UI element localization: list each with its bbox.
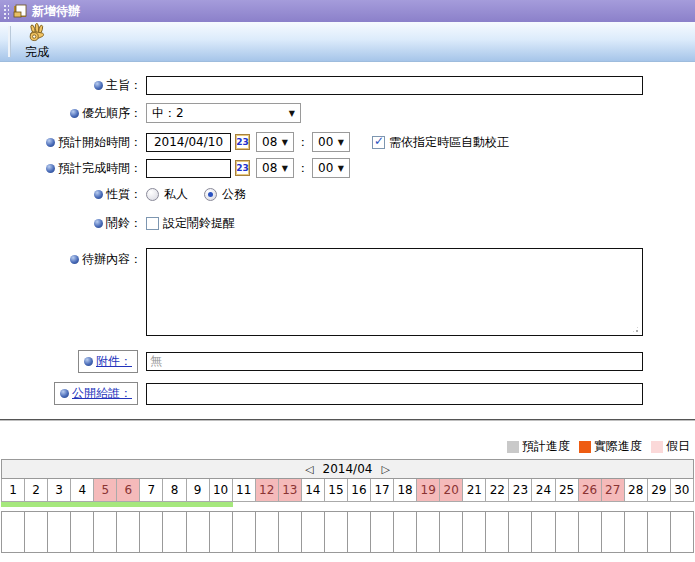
day-cell[interactable]: 24	[531, 479, 554, 501]
dropdown-arrow-icon: ▼	[334, 164, 344, 173]
todo-form: 主旨： 優先順序： 中：2 ▼ 預計開始時間： 23 08 ▼	[0, 62, 695, 405]
day-cell[interactable]: 21	[462, 479, 485, 501]
alarm-checkbox-label: 設定鬧鈴提醒	[163, 215, 235, 232]
start-minute-value: 00	[318, 135, 333, 149]
todo-note-icon	[13, 4, 28, 18]
share-input[interactable]	[146, 383, 643, 405]
day-cell[interactable]: 11	[232, 479, 255, 501]
progress-cell	[416, 512, 439, 552]
progress-cell	[555, 512, 578, 552]
progress-cell	[370, 512, 393, 552]
progress-cell	[232, 512, 255, 552]
day-cell[interactable]: 17	[370, 479, 393, 501]
page-title: 新增待辦	[32, 3, 80, 20]
day-cell[interactable]: 16	[347, 479, 370, 501]
end-minute-value: 00	[318, 161, 333, 175]
subject-input[interactable]	[146, 76, 643, 95]
day-cell[interactable]: 20	[439, 479, 462, 501]
calendar-picker-icon[interactable]: 23	[235, 160, 250, 176]
share-button[interactable]: 公開給誰：	[54, 382, 138, 405]
progress-cell	[139, 512, 162, 552]
progress-cell	[462, 512, 485, 552]
official-radio-label: 公務	[222, 186, 246, 203]
day-cell[interactable]: 12	[255, 479, 278, 501]
progress-cell	[301, 512, 324, 552]
day-cell[interactable]: 19	[416, 479, 439, 501]
day-cell[interactable]: 25	[555, 479, 578, 501]
day-cell[interactable]: 7	[139, 479, 162, 501]
legend-label: 假日	[666, 438, 690, 455]
nature-label: 性質：	[106, 186, 142, 203]
day-cell[interactable]: 23	[508, 479, 531, 501]
titlebar: 新增待辦	[0, 0, 695, 22]
day-cell[interactable]: 22	[485, 479, 508, 501]
next-month-arrow-icon[interactable]: ▷	[381, 463, 389, 476]
private-radio[interactable]	[146, 188, 159, 201]
progress-cell	[439, 512, 462, 552]
day-cell[interactable]: 13	[278, 479, 301, 501]
start-date-input[interactable]	[146, 133, 231, 152]
month-bar: ◁ 2014/04 ▷	[1, 459, 694, 479]
content-textarea[interactable]	[146, 248, 643, 336]
end-time-row: 預計完成時間： 23 08 ▼ ： 00 ▼	[0, 158, 695, 178]
progress-cell	[393, 512, 416, 552]
timezone-checkbox[interactable]	[372, 136, 385, 149]
progress-cell	[278, 512, 301, 552]
attachment-button[interactable]: 附件：	[78, 350, 138, 373]
progress-cells-row	[1, 511, 694, 553]
day-cell[interactable]: 2	[24, 479, 47, 501]
timezone-label: 需依指定時區自動校正	[389, 134, 509, 151]
day-cell[interactable]: 5	[93, 479, 116, 501]
day-cell[interactable]: 1	[2, 479, 24, 501]
day-cell[interactable]: 29	[647, 479, 670, 501]
month-label: 2014/04	[323, 462, 373, 476]
content-row: 待辦內容：	[0, 248, 695, 339]
attachment-input[interactable]	[146, 352, 643, 371]
day-cell[interactable]: 28	[624, 479, 647, 501]
day-cell[interactable]: 30	[670, 479, 693, 501]
legend-item: 實際進度	[579, 438, 642, 455]
end-hour-select[interactable]: 08 ▼	[256, 158, 294, 178]
nature-option-private[interactable]: 私人	[146, 186, 188, 203]
day-cell[interactable]: 26	[578, 479, 601, 501]
day-cell[interactable]: 6	[116, 479, 139, 501]
priority-value: 中：2	[152, 105, 184, 122]
day-cell[interactable]: 15	[324, 479, 347, 501]
day-cell[interactable]: 10	[209, 479, 232, 501]
bullet-icon	[46, 164, 55, 173]
progress-cell	[116, 512, 139, 552]
progress-cell	[70, 512, 93, 552]
day-cell[interactable]: 9	[186, 479, 209, 501]
time-colon: ：	[297, 160, 309, 177]
section-divider	[0, 419, 695, 420]
day-cell[interactable]: 27	[601, 479, 624, 501]
end-date-input[interactable]	[146, 159, 231, 178]
end-hour-value: 08	[262, 161, 277, 175]
day-cell[interactable]: 4	[70, 479, 93, 501]
alarm-checkbox[interactable]	[146, 217, 159, 230]
drag-grip[interactable]	[3, 4, 9, 19]
complete-button[interactable]: 完成	[15, 22, 59, 61]
progress-cell	[93, 512, 116, 552]
dropdown-arrow-icon: ▼	[334, 138, 344, 147]
priority-row: 優先順序： 中：2 ▼	[0, 103, 695, 123]
start-hour-select[interactable]: 08 ▼	[256, 132, 294, 152]
day-cell[interactable]: 18	[393, 479, 416, 501]
bullet-icon	[70, 255, 79, 264]
official-radio[interactable]	[204, 188, 217, 201]
dropdown-arrow-icon: ▼	[285, 109, 295, 118]
nature-option-official[interactable]: 公務	[204, 186, 246, 203]
day-cell[interactable]: 14	[301, 479, 324, 501]
day-cell[interactable]: 8	[162, 479, 185, 501]
prev-month-arrow-icon[interactable]: ◁	[305, 463, 313, 476]
start-minute-select[interactable]: 00 ▼	[312, 132, 350, 152]
complete-label: 完成	[25, 44, 49, 61]
start-hour-value: 08	[262, 135, 277, 149]
subject-label: 主旨：	[106, 77, 142, 94]
calendar-picker-icon[interactable]: 23	[235, 134, 250, 150]
day-cell[interactable]: 3	[47, 479, 70, 501]
bullet-icon	[84, 357, 93, 366]
end-minute-select[interactable]: 00 ▼	[312, 158, 350, 178]
attachment-link: 附件：	[96, 353, 132, 370]
priority-select[interactable]: 中：2 ▼	[146, 103, 301, 123]
